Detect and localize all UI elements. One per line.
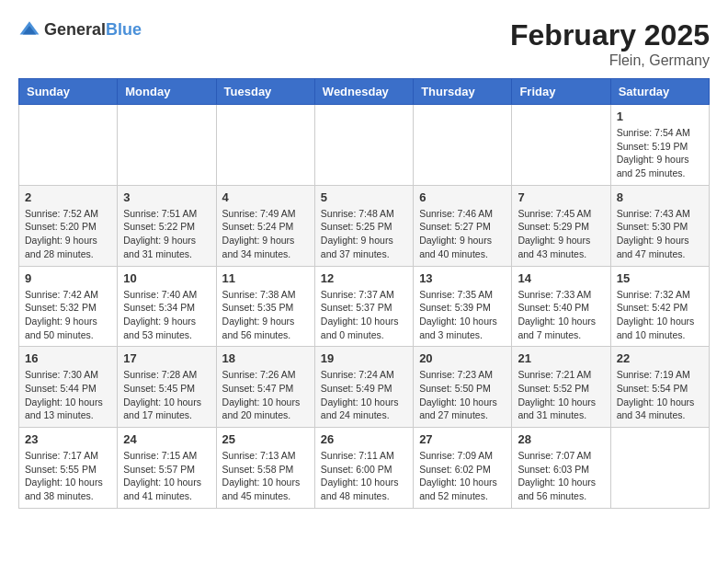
day-number: 9 [25, 271, 111, 285]
day-info: Sunrise: 7:30 AM Sunset: 5:44 PM Dayligh… [25, 368, 111, 422]
day-number: 3 [123, 190, 210, 204]
calendar-cell [216, 105, 314, 186]
day-number: 11 [222, 271, 309, 285]
calendar-cell: 14Sunrise: 7:33 AM Sunset: 5:40 PM Dayli… [512, 266, 610, 347]
day-number: 19 [321, 351, 407, 365]
day-number: 17 [123, 351, 210, 365]
day-number: 1 [617, 109, 703, 123]
calendar-cell: 6Sunrise: 7:46 AM Sunset: 5:27 PM Daylig… [414, 185, 512, 266]
day-number: 27 [419, 432, 506, 446]
day-info: Sunrise: 7:23 AM Sunset: 5:50 PM Dayligh… [419, 368, 506, 422]
day-number: 21 [518, 351, 604, 365]
calendar-day-header: Tuesday [216, 79, 314, 105]
day-number: 6 [419, 190, 506, 204]
calendar-cell: 13Sunrise: 7:35 AM Sunset: 5:39 PM Dayli… [414, 266, 512, 347]
day-number: 7 [518, 190, 604, 204]
day-info: Sunrise: 7:26 AM Sunset: 5:47 PM Dayligh… [222, 368, 309, 422]
day-number: 23 [25, 432, 111, 446]
calendar-cell [314, 105, 413, 186]
calendar-cell [19, 105, 118, 186]
calendar-cell: 27Sunrise: 7:09 AM Sunset: 6:02 PM Dayli… [414, 428, 512, 509]
calendar-cell: 24Sunrise: 7:15 AM Sunset: 5:57 PM Dayli… [118, 428, 216, 509]
day-info: Sunrise: 7:21 AM Sunset: 5:52 PM Dayligh… [518, 368, 604, 422]
day-number: 4 [222, 190, 309, 204]
day-number: 15 [617, 271, 703, 285]
calendar-cell: 4Sunrise: 7:49 AM Sunset: 5:24 PM Daylig… [216, 185, 314, 266]
calendar-day-header: Thursday [414, 79, 512, 105]
day-info: Sunrise: 7:13 AM Sunset: 5:58 PM Dayligh… [222, 449, 309, 503]
calendar-table: SundayMondayTuesdayWednesdayThursdayFrid… [18, 78, 710, 509]
calendar-cell: 26Sunrise: 7:11 AM Sunset: 6:00 PM Dayli… [314, 428, 413, 509]
day-info: Sunrise: 7:28 AM Sunset: 5:45 PM Dayligh… [123, 368, 210, 422]
day-number: 26 [321, 432, 407, 446]
day-number: 28 [518, 432, 604, 446]
logo: GeneralBlue [18, 18, 142, 40]
day-number: 16 [25, 351, 111, 365]
day-info: Sunrise: 7:54 AM Sunset: 5:19 PM Dayligh… [617, 126, 703, 180]
calendar-cell: 7Sunrise: 7:45 AM Sunset: 5:29 PM Daylig… [512, 185, 610, 266]
calendar-cell [512, 105, 610, 186]
day-info: Sunrise: 7:09 AM Sunset: 6:02 PM Dayligh… [419, 449, 506, 503]
day-number: 14 [518, 271, 604, 285]
calendar-cell: 25Sunrise: 7:13 AM Sunset: 5:58 PM Dayli… [216, 428, 314, 509]
day-info: Sunrise: 7:33 AM Sunset: 5:40 PM Dayligh… [518, 288, 604, 342]
day-info: Sunrise: 7:40 AM Sunset: 5:34 PM Dayligh… [123, 288, 210, 342]
day-number: 20 [419, 351, 506, 365]
day-number: 12 [321, 271, 407, 285]
calendar-day-header: Sunday [19, 79, 118, 105]
calendar-cell: 23Sunrise: 7:17 AM Sunset: 5:55 PM Dayli… [19, 428, 118, 509]
day-info: Sunrise: 7:51 AM Sunset: 5:22 PM Dayligh… [123, 207, 210, 261]
calendar-cell: 22Sunrise: 7:19 AM Sunset: 5:54 PM Dayli… [610, 347, 709, 428]
calendar-cell [610, 428, 709, 509]
calendar-cell: 21Sunrise: 7:21 AM Sunset: 5:52 PM Dayli… [512, 347, 610, 428]
calendar-cell: 12Sunrise: 7:37 AM Sunset: 5:37 PM Dayli… [314, 266, 413, 347]
location-subtitle: Flein, Germany [510, 52, 710, 69]
calendar-week-row: 2Sunrise: 7:52 AM Sunset: 5:20 PM Daylig… [19, 185, 710, 266]
page-header: GeneralBlue February 2025 Flein, Germany [18, 18, 710, 69]
day-info: Sunrise: 7:07 AM Sunset: 6:03 PM Dayligh… [518, 449, 604, 503]
calendar-cell: 1Sunrise: 7:54 AM Sunset: 5:19 PM Daylig… [610, 105, 709, 186]
day-number: 24 [123, 432, 210, 446]
calendar-week-row: 16Sunrise: 7:30 AM Sunset: 5:44 PM Dayli… [19, 347, 710, 428]
day-info: Sunrise: 7:43 AM Sunset: 5:30 PM Dayligh… [617, 207, 703, 261]
day-info: Sunrise: 7:35 AM Sunset: 5:39 PM Dayligh… [419, 288, 506, 342]
calendar-cell: 19Sunrise: 7:24 AM Sunset: 5:49 PM Dayli… [314, 347, 413, 428]
day-info: Sunrise: 7:49 AM Sunset: 5:24 PM Dayligh… [222, 207, 309, 261]
day-number: 8 [617, 190, 703, 204]
calendar-cell [118, 105, 216, 186]
day-info: Sunrise: 7:19 AM Sunset: 5:54 PM Dayligh… [617, 368, 703, 422]
day-number: 2 [25, 190, 111, 204]
day-info: Sunrise: 7:17 AM Sunset: 5:55 PM Dayligh… [25, 449, 111, 503]
calendar-day-header: Saturday [610, 79, 709, 105]
logo-text-general: General [44, 20, 106, 39]
day-number: 18 [222, 351, 309, 365]
title-block: February 2025 Flein, Germany [510, 18, 710, 69]
day-info: Sunrise: 7:37 AM Sunset: 5:37 PM Dayligh… [321, 288, 407, 342]
day-info: Sunrise: 7:48 AM Sunset: 5:25 PM Dayligh… [321, 207, 407, 261]
day-info: Sunrise: 7:46 AM Sunset: 5:27 PM Dayligh… [419, 207, 506, 261]
day-number: 13 [419, 271, 506, 285]
calendar-header-row: SundayMondayTuesdayWednesdayThursdayFrid… [19, 79, 710, 105]
day-number: 25 [222, 432, 309, 446]
logo-text-blue: Blue [106, 20, 142, 39]
day-info: Sunrise: 7:38 AM Sunset: 5:35 PM Dayligh… [222, 288, 309, 342]
calendar-day-header: Friday [512, 79, 610, 105]
calendar-cell: 17Sunrise: 7:28 AM Sunset: 5:45 PM Dayli… [118, 347, 216, 428]
calendar-cell: 20Sunrise: 7:23 AM Sunset: 5:50 PM Dayli… [414, 347, 512, 428]
calendar-cell: 10Sunrise: 7:40 AM Sunset: 5:34 PM Dayli… [118, 266, 216, 347]
day-info: Sunrise: 7:11 AM Sunset: 6:00 PM Dayligh… [321, 449, 407, 503]
day-info: Sunrise: 7:32 AM Sunset: 5:42 PM Dayligh… [617, 288, 703, 342]
calendar-week-row: 23Sunrise: 7:17 AM Sunset: 5:55 PM Dayli… [19, 428, 710, 509]
day-info: Sunrise: 7:24 AM Sunset: 5:49 PM Dayligh… [321, 368, 407, 422]
calendar-cell: 11Sunrise: 7:38 AM Sunset: 5:35 PM Dayli… [216, 266, 314, 347]
calendar-cell: 28Sunrise: 7:07 AM Sunset: 6:03 PM Dayli… [512, 428, 610, 509]
calendar-cell: 18Sunrise: 7:26 AM Sunset: 5:47 PM Dayli… [216, 347, 314, 428]
day-info: Sunrise: 7:52 AM Sunset: 5:20 PM Dayligh… [25, 207, 111, 261]
calendar-cell: 15Sunrise: 7:32 AM Sunset: 5:42 PM Dayli… [610, 266, 709, 347]
day-number: 10 [123, 271, 210, 285]
logo-icon [18, 18, 40, 40]
calendar-day-header: Monday [118, 79, 216, 105]
month-year-title: February 2025 [510, 18, 710, 52]
calendar-cell: 9Sunrise: 7:42 AM Sunset: 5:32 PM Daylig… [19, 266, 118, 347]
calendar-cell: 2Sunrise: 7:52 AM Sunset: 5:20 PM Daylig… [19, 185, 118, 266]
